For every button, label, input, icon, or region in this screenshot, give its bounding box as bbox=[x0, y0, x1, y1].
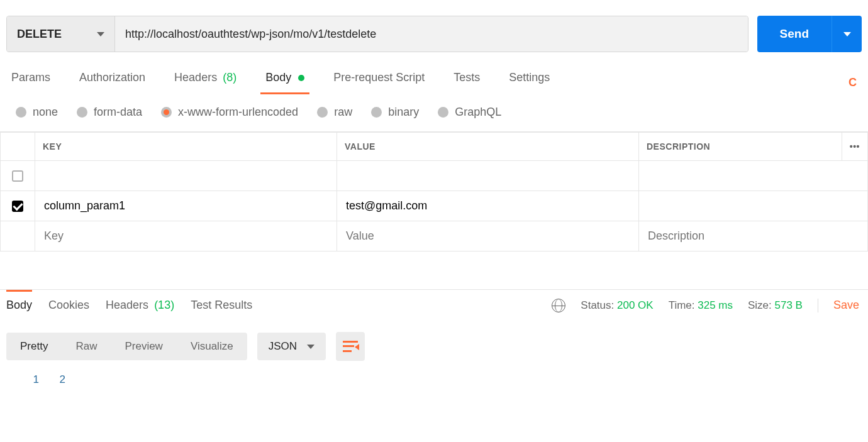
view-mode-segment: Pretty Raw Preview Visualize bbox=[6, 333, 247, 360]
desc-input[interactable] bbox=[647, 229, 860, 243]
format-value: JSON bbox=[269, 340, 297, 353]
status-group: Status: 200 OK bbox=[581, 299, 653, 312]
tab-body-label: Body bbox=[265, 71, 291, 84]
row-checkbox[interactable] bbox=[12, 201, 23, 212]
radio-dot-icon bbox=[164, 109, 169, 115]
radio-form-data[interactable]: form-data bbox=[77, 106, 142, 119]
desc-input[interactable] bbox=[647, 169, 860, 183]
response-section: Body Cookies Headers (13) Test Results S… bbox=[0, 289, 868, 411]
col-more-header[interactable]: ••• bbox=[842, 133, 867, 161]
resp-tab-test-results[interactable]: Test Results bbox=[191, 290, 252, 321]
time-group: Time: 325 ms bbox=[669, 299, 733, 312]
view-pretty[interactable]: Pretty bbox=[6, 333, 62, 360]
radio-binary[interactable]: binary bbox=[371, 106, 419, 119]
response-body-code[interactable]: 1 2 bbox=[0, 367, 868, 411]
resp-tab-body[interactable]: Body bbox=[6, 290, 32, 321]
table-row-new bbox=[1, 221, 868, 251]
radio-icon bbox=[77, 107, 87, 118]
radio-icon bbox=[161, 107, 172, 118]
send-button[interactable]: Send bbox=[757, 16, 832, 52]
http-method-select[interactable]: DELETE bbox=[7, 16, 115, 52]
response-body-controls: Pretty Raw Preview Visualize JSON bbox=[0, 321, 868, 367]
divider bbox=[818, 299, 818, 312]
radio-none[interactable]: none bbox=[16, 106, 58, 119]
format-select[interactable]: JSON bbox=[257, 333, 326, 360]
tab-headers[interactable]: Headers (8) bbox=[174, 71, 236, 94]
resp-tab-headers[interactable]: Headers (13) bbox=[106, 290, 174, 321]
radio-raw-label: raw bbox=[334, 106, 352, 119]
value-input[interactable] bbox=[345, 229, 631, 243]
radio-formdata-label: form-data bbox=[94, 106, 142, 119]
size-group: Size: 573 B bbox=[748, 299, 803, 312]
value-input[interactable] bbox=[345, 199, 631, 213]
request-tabs: Params Authorization Headers (8) Body Pr… bbox=[0, 52, 868, 94]
key-input[interactable] bbox=[43, 199, 329, 213]
chevron-down-icon bbox=[97, 32, 104, 36]
row-checkbox[interactable] bbox=[12, 170, 23, 182]
send-button-group: Send bbox=[757, 16, 862, 52]
desc-input[interactable] bbox=[647, 199, 860, 213]
body-type-radios: none form-data x-www-form-urlencoded raw… bbox=[0, 94, 868, 132]
value-input[interactable] bbox=[345, 169, 631, 183]
http-method-value: DELETE bbox=[17, 28, 62, 41]
view-preview[interactable]: Preview bbox=[111, 333, 176, 360]
response-meta: Status: 200 OK Time: 325 ms Size: 573 B … bbox=[552, 299, 862, 312]
chevron-down-icon bbox=[307, 345, 314, 349]
headers-count: (8) bbox=[223, 71, 236, 84]
table-row bbox=[1, 161, 868, 191]
radio-graphql-label: GraphQL bbox=[455, 106, 501, 119]
size-label: Size: bbox=[748, 299, 772, 311]
radio-icon bbox=[371, 107, 382, 118]
key-input[interactable] bbox=[43, 229, 329, 243]
tab-right-action[interactable]: C bbox=[849, 76, 857, 89]
tab-params[interactable]: Params bbox=[11, 71, 50, 94]
time-value: 325 ms bbox=[698, 299, 733, 311]
tab-body[interactable]: Body bbox=[265, 71, 304, 94]
wrap-icon bbox=[343, 341, 358, 352]
resp-tab-cookies[interactable]: Cookies bbox=[48, 290, 89, 321]
send-menu-button[interactable] bbox=[832, 16, 862, 52]
size-value: 573 B bbox=[775, 299, 803, 311]
status-value: 200 OK bbox=[617, 299, 654, 311]
time-label: Time: bbox=[669, 299, 695, 311]
view-visualize[interactable]: Visualize bbox=[177, 333, 247, 360]
col-value-header: VALUE bbox=[337, 133, 639, 161]
col-desc-header: DESCRIPTION bbox=[639, 133, 842, 161]
wrap-lines-button[interactable] bbox=[336, 332, 365, 361]
table-row bbox=[1, 191, 868, 221]
col-check-header bbox=[1, 133, 35, 161]
resp-tab-headers-label: Headers bbox=[106, 299, 148, 311]
key-input[interactable] bbox=[43, 169, 329, 183]
tab-settings[interactable]: Settings bbox=[509, 71, 550, 94]
radio-graphql[interactable]: GraphQL bbox=[438, 106, 501, 119]
request-url-input[interactable] bbox=[115, 16, 748, 52]
radio-icon bbox=[438, 107, 448, 118]
tab-authorization[interactable]: Authorization bbox=[79, 71, 145, 94]
chevron-down-icon bbox=[843, 32, 851, 36]
response-tabs: Body Cookies Headers (13) Test Results bbox=[6, 290, 252, 321]
row-checkbox-empty bbox=[1, 221, 35, 251]
method-url-group: DELETE bbox=[6, 16, 748, 52]
tab-tests[interactable]: Tests bbox=[453, 71, 480, 94]
radio-x-www-form-urlencoded[interactable]: x-www-form-urlencoded bbox=[161, 106, 298, 119]
col-key-header: KEY bbox=[35, 133, 337, 161]
line-number: 1 bbox=[31, 373, 39, 386]
body-kv-table: KEY VALUE DESCRIPTION ••• bbox=[0, 132, 868, 251]
radio-icon bbox=[16, 107, 26, 118]
radio-none-label: none bbox=[33, 106, 58, 119]
status-label: Status: bbox=[581, 299, 614, 311]
radio-urlenc-label: x-www-form-urlencoded bbox=[178, 106, 298, 119]
tab-prerequest[interactable]: Pre-request Script bbox=[333, 71, 425, 94]
save-response-button[interactable]: Save bbox=[833, 299, 862, 312]
unsaved-dot-icon bbox=[298, 75, 304, 81]
line-number: 2 bbox=[58, 373, 65, 386]
tab-headers-label: Headers bbox=[174, 71, 217, 84]
radio-raw[interactable]: raw bbox=[317, 106, 352, 119]
view-raw[interactable]: Raw bbox=[62, 333, 111, 360]
radio-icon bbox=[317, 107, 328, 118]
resp-headers-count: (13) bbox=[154, 299, 174, 311]
globe-icon[interactable] bbox=[552, 299, 565, 312]
radio-binary-label: binary bbox=[388, 106, 419, 119]
response-bar: Body Cookies Headers (13) Test Results S… bbox=[0, 289, 868, 321]
